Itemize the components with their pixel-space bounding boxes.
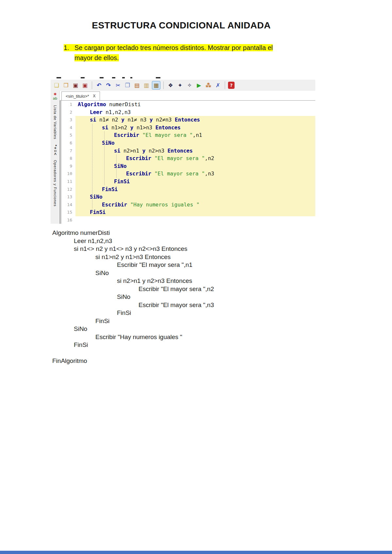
code-line: 10Escribir "El mayor sera ",n3 xyxy=(61,170,315,178)
clipboard-icon[interactable]: ▥ xyxy=(142,81,150,89)
sidebar-tab-variables[interactable]: Lista de Variables xyxy=(53,105,57,139)
indent-guide xyxy=(92,124,92,208)
pseudocode-line: Escribir "El mayor sera ",n3 xyxy=(139,301,214,309)
line-number: 4 xyxy=(61,124,75,132)
pseudocode-line: SiNo xyxy=(74,325,214,333)
find-next-icon[interactable]: ✦ xyxy=(176,81,184,89)
tab-sin-titulo[interactable]: <sin_titulo>* X xyxy=(61,91,100,100)
code-text: Escribir "El mayor sera ",n3 xyxy=(75,170,315,178)
ide-body: ✱ ab Lista de Variables *+=< Operadores … xyxy=(51,91,315,224)
paste-icon[interactable]: ▤ xyxy=(133,81,141,89)
pseudocode-line: FinSi xyxy=(95,317,214,325)
code-text: si n1≠ n2 y n1≠ n3 y n2≠n3 Entonces xyxy=(75,116,315,124)
pseudocode-line: Escribir "El mayor sera ",n2 xyxy=(139,285,214,293)
save-icon[interactable]: ▣ xyxy=(72,81,79,89)
code-text: Escribir "Hay numeros iguales " xyxy=(75,201,315,209)
code-line: 16 xyxy=(61,216,315,224)
find-icon[interactable]: ❖ xyxy=(167,81,174,89)
line-number: 7 xyxy=(61,147,75,155)
pseudocode-line: Leer n1,n2,n3 xyxy=(74,237,214,245)
code-text: Escribir "El mayor sera ",n2 xyxy=(75,155,315,162)
pseudocode-line xyxy=(52,349,214,357)
sidebar-tab-operators[interactable]: Operadores y Funciones xyxy=(53,160,57,206)
bottom-blue-bar xyxy=(0,551,392,554)
pseudocode-text-block: Algoritmo numerDistiLeer n1,n2,n3si n1<>… xyxy=(52,229,214,365)
menu-remnant xyxy=(122,77,125,78)
pseudocode-line: si n2>n1 y n2>n3 Entonces xyxy=(117,277,214,285)
exercise-text-line1: Se cargan por teclado tres números disti… xyxy=(74,44,273,51)
list-number: 1. xyxy=(64,43,74,53)
code-line: 15FinSi xyxy=(61,208,315,216)
code-text: FinSi xyxy=(75,186,315,193)
help-icon[interactable]: ? xyxy=(228,82,235,89)
code-text: Escribir "El mayor sera ",n1 xyxy=(75,131,315,139)
pseudocode-line: Escribir "Hay numeros iguales " xyxy=(95,333,214,341)
code-line: 5Escribir "El mayor sera ",n1 xyxy=(61,131,315,139)
save-as-icon[interactable]: ▣ xyxy=(81,81,89,89)
code-editor[interactable]: 1Algoritmo numerDisti2Leer n1,n2,n33si n… xyxy=(60,100,315,224)
indent-guide xyxy=(104,131,105,185)
menu-remnant xyxy=(100,77,104,78)
code-text: FinSi xyxy=(75,208,315,216)
line-number: 8 xyxy=(61,155,75,162)
pseint-screenshot: ❏❒▣▣↶↷✂❐▤▥▦❖✦✧▶⁂✗? ✱ ab Lista de Variabl… xyxy=(51,75,315,224)
exercise-text-line2: mayor de ellos. xyxy=(74,54,119,61)
code-line: 9SiNo xyxy=(61,162,315,170)
code-line: 7si n2>n1 y n2>n3 Entonces xyxy=(61,147,315,155)
line-number: 14 xyxy=(61,201,75,209)
pseudocode-line: si n1>n2 y n1>n3 Entonces xyxy=(95,253,214,261)
pseudocode-line: FinAlgoritmo xyxy=(52,357,214,365)
page-title: ESTRUCTURA CONDICIONAL ANIDADA xyxy=(0,20,363,31)
tab-label: <sin_titulo>* xyxy=(66,94,89,99)
code-text: SiNo xyxy=(75,162,315,170)
code-text: si n1>n2 y n1>n3 Entonces xyxy=(75,124,315,132)
code-line: 2Leer n1,n2,n3 xyxy=(61,108,315,116)
pseudocode-line: SiNo xyxy=(117,293,214,301)
run-icon[interactable]: ▶ xyxy=(195,81,203,89)
line-number: 13 xyxy=(61,193,75,201)
new-file-icon[interactable]: ❏ xyxy=(53,81,60,89)
exercise-line-2: mayor de ellos. xyxy=(64,53,312,63)
tab-strip: <sin_titulo>* X xyxy=(60,91,315,100)
step-run-icon[interactable]: ⁂ xyxy=(204,81,212,89)
line-number: 5 xyxy=(61,131,75,139)
undo-icon[interactable]: ↶ xyxy=(95,81,103,89)
replace-icon[interactable]: ✧ xyxy=(186,81,193,89)
exercise-item: 1.Se cargan por teclado tres números dis… xyxy=(64,43,312,63)
line-number: 10 xyxy=(61,170,75,178)
code-line: 12FinSi xyxy=(61,186,315,193)
flowchart-icon[interactable]: ✗ xyxy=(214,81,222,89)
pseudocode-line: FinSi xyxy=(117,309,214,317)
line-number: 3 xyxy=(61,116,75,124)
cut-icon[interactable]: ✂ xyxy=(114,81,122,89)
indent-guide xyxy=(116,155,117,178)
code-text: SiNo xyxy=(75,193,315,201)
line-number: 16 xyxy=(61,216,75,224)
code-text: si n2>n1 y n2>n3 Entonces xyxy=(75,147,315,155)
tab-close-icon[interactable]: X xyxy=(93,94,96,98)
redo-icon[interactable]: ↷ xyxy=(105,81,112,89)
clipboard-history-icon[interactable]: ▦ xyxy=(152,81,160,90)
toolbar-separator xyxy=(92,81,92,89)
menu-remnant xyxy=(81,77,85,78)
pseudocode-line: si n1<> n2 y n1<> n3 y n2<>n3 Entonces xyxy=(74,245,214,253)
open-folder-icon[interactable]: ❒ xyxy=(62,81,70,89)
code-line: 13SiNo xyxy=(61,193,315,201)
line-number: 1 xyxy=(61,101,75,108)
pseudocode-line: SiNo xyxy=(95,269,214,277)
copy-icon[interactable]: ❐ xyxy=(123,81,131,89)
code-text: FinSi xyxy=(75,178,315,186)
line-number: 9 xyxy=(61,162,75,170)
code-text xyxy=(75,216,315,224)
line-number: 11 xyxy=(61,178,75,186)
code-line: 8Escribir "El mayor sera ",n2 xyxy=(61,155,315,162)
side-panel-icon[interactable]: ab xyxy=(53,96,57,101)
code-line: 1Algoritmo numerDisti xyxy=(61,101,315,108)
code-rows: 1Algoritmo numerDisti2Leer n1,n2,n33si n… xyxy=(61,101,315,224)
code-line: 3si n1≠ n2 y n1≠ n3 y n2≠n3 Entonces xyxy=(61,116,315,124)
menu-remnant xyxy=(57,77,61,78)
line-number: 2 xyxy=(61,108,75,116)
side-panel-icon[interactable]: ✱ xyxy=(54,92,57,96)
sidebar-operator-symbols: *+=< xyxy=(53,145,57,156)
ide-toolbar: ❏❒▣▣↶↷✂❐▤▥▦❖✦✧▶⁂✗? xyxy=(51,80,315,91)
